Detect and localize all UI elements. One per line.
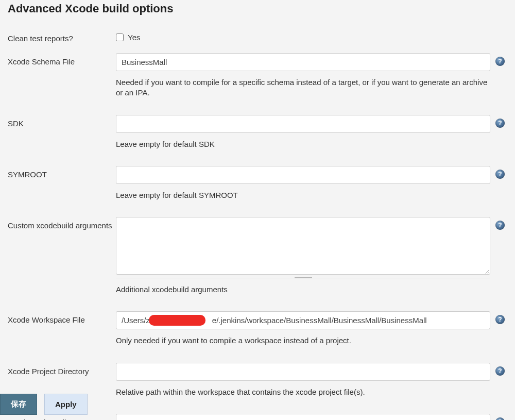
row-sdk: SDK Leave empty for default SDK ? bbox=[8, 115, 515, 161]
label-workspace: Xcode Workspace File bbox=[8, 311, 116, 324]
label-custom-args: Custom xcodebuild arguments bbox=[8, 217, 116, 230]
project-file-input[interactable] bbox=[116, 414, 490, 420]
help-icon[interactable]: ? bbox=[495, 221, 505, 230]
row-workspace: Xcode Workspace File Only needed if you … bbox=[8, 311, 515, 357]
label-schema: Xcode Schema File bbox=[8, 53, 116, 66]
label-project-dir: Xcode Project Directory bbox=[8, 363, 116, 376]
schema-help-text: Needed if you want to compile for a spec… bbox=[116, 77, 490, 98]
textarea-resize-handle[interactable] bbox=[116, 274, 490, 278]
schema-input[interactable] bbox=[116, 53, 490, 71]
clean-reports-checkbox-label: Yes bbox=[128, 33, 140, 42]
row-custom-args: Custom xcodebuild arguments Additional x… bbox=[8, 217, 515, 306]
help-icon[interactable]: ? bbox=[495, 119, 505, 128]
symroot-input[interactable] bbox=[116, 166, 490, 184]
help-icon[interactable]: ? bbox=[495, 315, 505, 324]
sdk-help-text: Leave empty for default SDK bbox=[116, 139, 490, 149]
label-symroot: SYMROOT bbox=[8, 166, 116, 179]
project-dir-input[interactable] bbox=[116, 363, 490, 381]
help-icon[interactable]: ? bbox=[495, 417, 505, 420]
section-title: Advanced Xcode build options bbox=[8, 2, 515, 15]
symroot-help-text: Leave empty for default SYMROOT bbox=[116, 190, 490, 200]
save-button[interactable]: 保存 bbox=[0, 394, 37, 415]
workspace-input[interactable] bbox=[116, 311, 490, 329]
clean-reports-checkbox[interactable] bbox=[116, 33, 124, 41]
sdk-input[interactable] bbox=[116, 115, 490, 133]
row-symroot: SYMROOT Leave empty for default SYMROOT … bbox=[8, 166, 515, 212]
workspace-help-text: Only needed if you want to compile a wor… bbox=[116, 335, 490, 346]
help-icon[interactable]: ? bbox=[495, 170, 505, 179]
bottom-action-bar: 保存 Apply bbox=[0, 394, 88, 420]
label-clean-reports: Clean test reports? bbox=[8, 30, 116, 43]
help-icon[interactable]: ? bbox=[495, 366, 505, 376]
apply-button[interactable]: Apply bbox=[44, 394, 88, 415]
project-dir-help-text: Relative path within the workspace that … bbox=[116, 387, 490, 397]
help-icon[interactable]: ? bbox=[495, 57, 505, 66]
custom-args-textarea[interactable] bbox=[116, 217, 490, 275]
row-schema: Xcode Schema File Needed if you want to … bbox=[8, 53, 515, 110]
custom-args-help-text: Additional xcodebuild arguments bbox=[116, 284, 490, 295]
label-sdk: SDK bbox=[8, 115, 116, 128]
row-clean-reports: Clean test reports? Yes bbox=[8, 30, 515, 48]
